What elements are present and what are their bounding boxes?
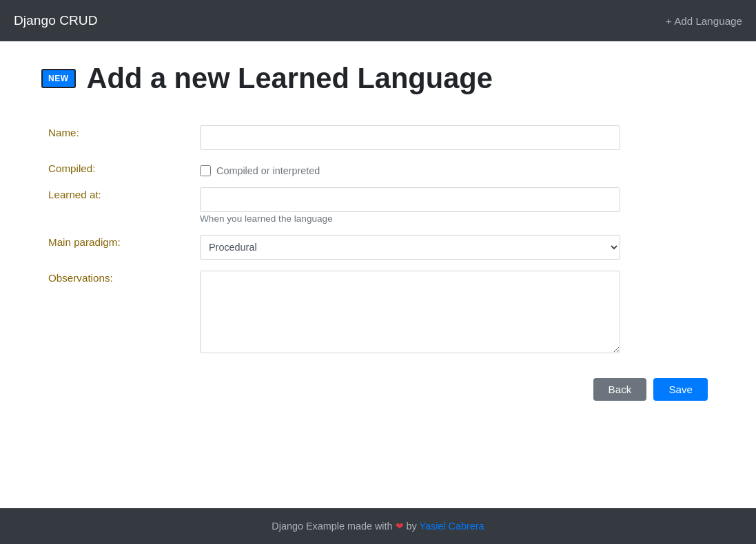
page-title: Add a new Learned Language [87, 62, 493, 95]
compiled-checkbox-label: Compiled or interpreted [216, 165, 320, 176]
learned-at-help: When you learned the language [200, 213, 620, 224]
save-button[interactable]: Save [653, 378, 708, 401]
new-badge: NEW [41, 69, 76, 88]
navbar-brand: Django CRUD [14, 13, 98, 28]
paradigm-select[interactable]: Procedural Object-Oriented Functional De… [200, 235, 620, 260]
learned-at-label: Learned at: [48, 189, 101, 200]
form-row-compiled: Compiled: Compiled or interpreted [41, 156, 715, 182]
footer-text-before: Django Example made with [272, 521, 392, 532]
compiled-checkbox[interactable] [200, 165, 211, 176]
footer-text-after: by [407, 521, 417, 532]
form-row-paradigm: Main paradigm: Procedural Object-Oriente… [41, 229, 715, 265]
name-field-container [200, 125, 620, 150]
form-row-learned-at: Learned at: When you learned the languag… [41, 182, 715, 229]
main-content: NEW Add a new Learned Language Name: [0, 41, 756, 508]
add-language-label: + Add Language [666, 15, 742, 27]
back-button[interactable]: Back [593, 378, 647, 401]
observations-field-container [200, 271, 620, 356]
learned-at-input[interactable] [200, 187, 620, 212]
form-row-name: Name: [41, 120, 715, 156]
navbar: Django CRUD + Add Language [0, 0, 756, 41]
author-link[interactable]: Yasiel Cabrera [420, 521, 484, 532]
form-row-observations: Observations: [41, 265, 715, 362]
learned-at-field-container: When you learned the language [200, 187, 620, 224]
name-input[interactable] [200, 125, 620, 150]
name-label: Name: [48, 127, 79, 138]
paradigm-field-container: Procedural Object-Oriented Functional De… [200, 235, 620, 260]
footer: Django Example made with ❤ by Yasiel Cab… [0, 508, 756, 544]
paradigm-label: Main paradigm: [48, 236, 121, 248]
observations-label: Observations: [48, 272, 113, 284]
buttons-row: Back Save [41, 378, 715, 401]
compiled-checkbox-container: Compiled or interpreted [200, 161, 708, 176]
add-language-link[interactable]: + Add Language [666, 15, 742, 27]
observations-textarea[interactable] [200, 271, 620, 353]
heart-icon: ❤ [396, 521, 404, 532]
compiled-label: Compiled: [48, 163, 95, 174]
add-language-form: Name: Compiled: [41, 120, 715, 401]
form-table: Name: Compiled: [41, 120, 715, 362]
page-heading: NEW Add a new Learned Language [41, 62, 715, 95]
